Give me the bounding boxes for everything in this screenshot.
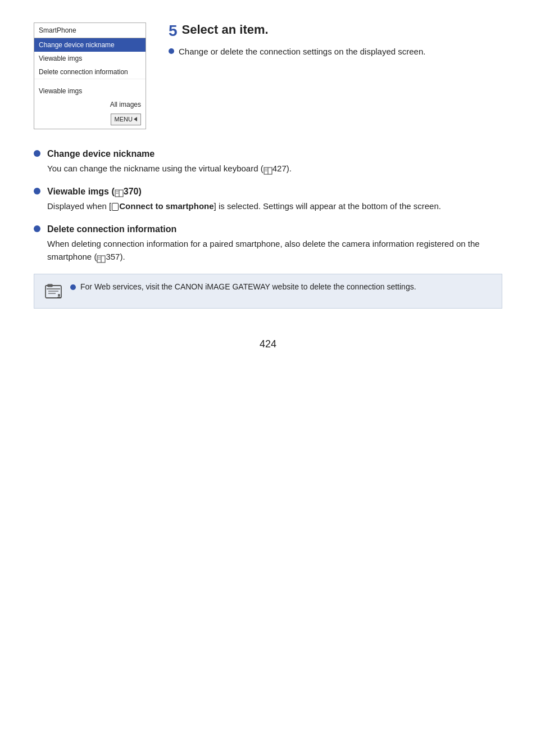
step-content-area: 5 Select an item. Change or delete the c… [169,22,502,58]
note-icon [43,281,63,301]
content-title-3: Delete connection information [47,224,176,234]
content-title-2: Viewable imgs ( [47,187,115,196]
note-svg-icon [44,282,62,300]
book-ref-icon-3 [97,253,106,261]
content-title-1: Change device nickname [47,149,155,159]
menu-divider [34,79,146,84]
menu-item-viewable-imgs-1[interactable]: Viewable imgs [34,52,146,65]
note-bullet-dot [70,284,76,290]
content-bullet-1 [34,150,40,157]
step-bullet-text: Change or delete the connection settings… [179,46,425,58]
page-number: 424 [34,337,502,352]
content-title-2b: 370) [124,187,142,196]
content-desc-1: You can change the nickname using the vi… [47,162,502,175]
content-desc-3: When deleting connection information for… [47,237,502,264]
note-content: For Web services, visit the CANON iMAGE … [70,281,493,293]
note-text: For Web services, visit the CANON iMAGE … [80,281,416,293]
step-number: 5 [169,22,178,40]
top-section: SmartPhone Change device nickname Viewab… [34,22,502,129]
menu-item-delete-connection[interactable]: Delete connection information [34,65,146,79]
content-item-2: Viewable imgs (370) Displayed when [Conn… [34,185,502,212]
note-box: For Web services, visit the CANON iMAGE … [34,274,502,309]
step-header: 5 Select an item. [169,22,502,40]
menu-sub-all-images: All images [34,98,146,111]
menu-arrow-icon [134,117,137,121]
content-item-3: Delete connection information When delet… [34,223,502,264]
page: SmartPhone Change device nickname Viewab… [0,0,536,386]
content-bullet-2 [34,188,40,194]
svg-point-17 [58,294,60,296]
book-ref-icon-1 [264,165,272,173]
step-bullet-dot [169,48,174,54]
book-ref-icon-2 [115,188,124,196]
smartphone-icon-inline [112,203,119,211]
content-item-1: Change device nickname You can change th… [34,147,502,175]
step-body: Change or delete the connection settings… [169,46,502,58]
menu-sub-label: Viewable imgs [34,84,146,98]
menu-item-change-nickname[interactable]: Change device nickname [34,38,146,52]
content-text-2: Viewable imgs (370) Displayed when [Conn… [47,185,502,212]
menu-btn-label: MENU [115,115,133,124]
step-title: Select an item. [182,22,269,37]
menu-title: SmartPhone [34,23,146,38]
menu-button[interactable]: MENU [111,114,141,125]
content-text-1: Change device nickname You can change th… [47,147,502,175]
content-desc-2: Displayed when [Connect to smartphone] i… [47,200,502,212]
menu-btn-row: MENU [34,111,146,129]
content-section: Change device nickname You can change th… [34,147,502,264]
content-bullet-3 [34,225,40,232]
menu-widget: SmartPhone Change device nickname Viewab… [34,22,146,129]
content-text-3: Delete connection information When delet… [47,223,502,264]
step-bullet-1: Change or delete the connection settings… [169,46,502,58]
